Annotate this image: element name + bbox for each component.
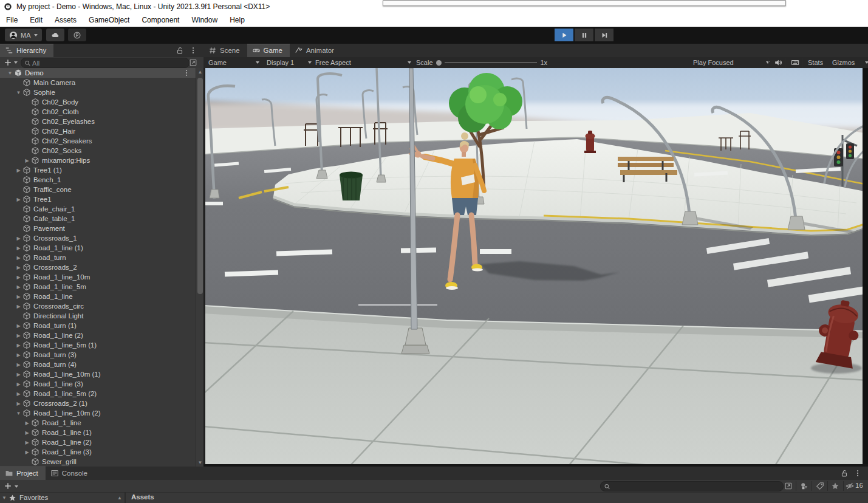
twisty-closed-icon[interactable]: ▶ [23,440,31,445]
play-button[interactable] [555,29,573,41]
twisty-open-icon[interactable]: ▼ [15,411,22,416]
twisty-closed-icon[interactable]: ▶ [15,265,22,270]
lock-icon[interactable] [840,469,849,477]
hierarchy-item-ch02-hair[interactable]: Ch02_Hair [0,126,196,136]
hierarchy-item-mixamorig-hips[interactable]: ▶mixamorig:Hips [0,156,196,165]
tab-animator[interactable]: Animator [290,44,341,57]
hierarchy-item-road-1-line-3-[interactable]: ▶Road_1_line (3) [0,447,196,457]
hierarchy-item-sewer-grill[interactable]: Sewer_grill [0,457,196,467]
filter-by-type-icon[interactable] [800,481,808,491]
hierarchy-item-road-turn-4-[interactable]: ▶Road_turn (4) [0,360,196,369]
hierarchy-item-bench-1[interactable]: Bench_1 [0,175,196,185]
hierarchy-item-crossroads-1[interactable]: ▶Crossroads_1 [0,233,196,243]
scale-slider-knob[interactable] [436,60,442,66]
cloud-services-button[interactable] [46,29,64,41]
hierarchy-item-road-turn[interactable]: ▶Road_turn [0,253,196,262]
hierarchy-item-road-turn-1-[interactable]: ▶Road_turn (1) [0,321,196,330]
hierarchy-item-road-1-line-10m[interactable]: ▶Road_1_line_10m [0,272,196,282]
game-viewport[interactable] [203,68,868,467]
hierarchy-item-ch02-cloth[interactable]: Ch02_Cloth [0,107,196,117]
hierarchy-item-crossroads-2[interactable]: ▶Crossroads_2 [0,262,196,272]
twisty-closed-icon[interactable]: ▶ [15,275,22,280]
favorites-row[interactable]: ▼ Favorites ▲ [0,492,125,503]
tab-project[interactable]: Project [0,467,46,480]
menu-window[interactable]: Window [185,14,224,26]
hierarchy-item-cafe-table-1[interactable]: Cafe_table_1 [0,214,196,224]
hierarchy-item-main-camera[interactable]: Main Camera [0,78,196,87]
add-dropdown-caret[interactable] [15,485,18,488]
hierarchy-item-ch02-body[interactable]: Ch02_Body [0,97,196,107]
menu-component[interactable]: Component [135,14,185,26]
hierarchy-item-road-1-line-5m[interactable]: ▶Road_1_line_5m [0,282,196,292]
twisty-closed-icon[interactable]: ▶ [15,401,22,406]
twisty-closed-icon[interactable]: ▶ [15,362,22,368]
twisty-closed-icon[interactable]: ▶ [15,245,22,251]
add-gameobject-icon[interactable] [4,58,12,67]
hierarchy-item-road-1-line[interactable]: ▶Road_1_line [0,418,196,428]
menu-edit[interactable]: Edit [24,14,49,26]
hierarchy-item-road-1-line[interactable]: ▶Road_1_line [0,292,196,301]
hierarchy-item-road-1-line-2-[interactable]: ▶Road_1_line (2) [0,330,196,340]
tab-hierarchy[interactable]: Hierarchy [0,44,53,57]
scroll-up-icon[interactable]: ▲ [117,495,122,501]
hierarchy-item-road-1-line-1-[interactable]: ▶Road_1_line (1) [0,428,196,437]
aspect-ratio-dropdown[interactable]: Free Aspect [312,57,415,68]
filter-by-label-icon[interactable] [816,481,824,491]
twisty-closed-icon[interactable]: ▶ [23,450,31,455]
kebab-menu-icon[interactable] [853,469,862,477]
hierarchy-item-ch02-socks[interactable]: Ch02_Socks [0,146,196,156]
gizmos-dropdown[interactable]: Gizmos [829,57,868,68]
display-dropdown[interactable]: Display 1 [263,57,315,68]
account-dropdown[interactable]: MA [5,29,42,41]
scrollbar-thumb[interactable] [197,78,203,294]
hierarchy-item-tree1[interactable]: ▶Tree1 [0,194,196,204]
hidden-count-eye-icon[interactable] [846,481,854,491]
kebab-menu-icon[interactable] [189,46,197,55]
favorites-star-icon[interactable] [831,481,839,491]
twisty-closed-icon[interactable]: ▶ [15,372,22,377]
hierarchy-item-ch02-sneakers[interactable]: Ch02_Sneakers [0,136,196,146]
twisty-closed-icon[interactable]: ▶ [15,168,22,173]
project-search-input[interactable] [610,483,783,490]
hierarchy-search[interactable] [21,58,190,68]
hierarchy-item-road-1-line-10m-2-[interactable]: ▼Road_1_line_10m (2) [0,408,196,418]
hierarchy-scrollbar[interactable]: ▲ ▼ [196,68,204,467]
twisty-closed-icon[interactable]: ▶ [15,304,22,309]
add-asset-icon[interactable] [4,482,12,490]
assets-breadcrumb[interactable]: Assets [131,493,154,501]
twisty-open-icon[interactable]: ▼ [15,90,22,95]
game-view-dropdown[interactable]: Game [205,57,263,68]
twisty-closed-icon[interactable]: ▶ [15,255,22,261]
hierarchy-item-road-turn-3-[interactable]: ▶Road_turn (3) [0,350,196,360]
mute-audio-button[interactable] [770,57,786,68]
twisty-closed-icon[interactable]: ▶ [23,430,31,436]
hierarchy-item-sophie[interactable]: ▼Sophie [0,87,196,97]
twisty-closed-icon[interactable]: ▶ [15,333,22,338]
hierarchy-item-road-1-line-5m-2-[interactable]: ▶Road_1_line_5m (2) [0,389,196,399]
plastic-scm-button[interactable] [68,29,86,41]
twisty-closed-icon[interactable]: ▶ [15,323,22,329]
menu-gameobject[interactable]: GameObject [83,14,135,26]
hierarchy-item-traffic-cone[interactable]: Traffic_cone [0,185,196,194]
hierarchy-item-road-1-line-2-[interactable]: ▶Road_1_line (2) [0,437,196,447]
column-divider[interactable] [125,492,126,503]
vsync-grid-button[interactable] [787,57,803,68]
menu-file[interactable]: File [0,14,24,26]
menu-assets[interactable]: Assets [49,14,83,26]
stats-toggle[interactable]: Stats [804,57,827,68]
hierarchy-item-ch02-eyelashes[interactable]: Ch02_Eyelashes [0,117,196,126]
tab-game[interactable]: Game [247,44,290,57]
pause-button[interactable] [575,29,593,41]
twisty-open-icon[interactable]: ▼ [0,495,9,501]
menu-help[interactable]: Help [224,14,251,26]
hierarchy-item-tree1-1-[interactable]: ▶Tree1 (1) [0,165,196,175]
twisty-closed-icon[interactable]: ▶ [15,343,22,348]
hierarchy-item-road-1-line-3-[interactable]: ▶Road_1_line (3) [0,379,196,389]
open-search-window-icon[interactable] [784,481,793,491]
hierarchy-item-road-1-line-10m-1-[interactable]: ▶Road_1_line_10m (1) [0,369,196,379]
open-search-window-icon[interactable] [189,58,197,67]
project-search[interactable] [600,481,784,491]
lock-icon[interactable] [176,46,184,55]
tab-console[interactable]: Console [46,467,95,480]
twisty-closed-icon[interactable]: ▶ [15,294,22,299]
